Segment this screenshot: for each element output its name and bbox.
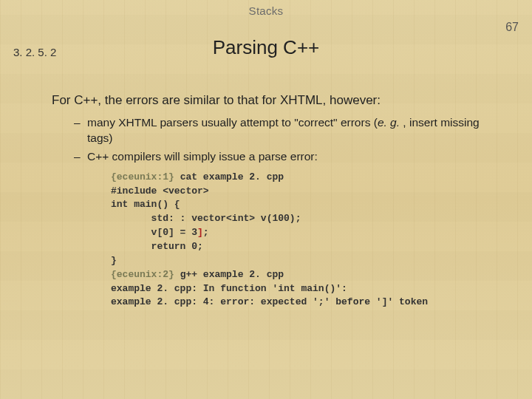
bullet-item: many XHTML parsers usually attempt to "c…	[74, 115, 502, 146]
code-error-token: ]	[197, 227, 203, 238]
code-text: example 2. cpp: In function 'int main()'…	[111, 283, 347, 294]
code-text: int main() {	[111, 199, 180, 210]
slide-title: Parsing C++	[0, 36, 532, 59]
code-text: }	[111, 255, 117, 266]
code-prompt: {eceunix:1}	[111, 171, 174, 183]
code-text: std: : vector<int> v(100);	[111, 213, 301, 224]
code-text: #include <vector>	[111, 185, 209, 197]
bullet-item: C++ compilers will simply issue a parse …	[74, 149, 502, 165]
bullet-text-em: e. g.	[378, 116, 400, 129]
code-text: example 2. cpp: 4: error: expected ';' b…	[111, 296, 428, 307]
content-area: For C++, the errors are similar to that …	[52, 93, 502, 310]
code-text: v[0] = 3	[111, 227, 197, 238]
page-number: 67	[505, 21, 519, 34]
code-text: g++ example 2. cpp	[174, 269, 284, 280]
code-prompt: {eceunix:2}	[111, 269, 174, 280]
bullet-text-pre: many XHTML parsers usually attempt to "c…	[87, 116, 378, 129]
header-topic: Stacks	[0, 0, 532, 17]
section-number: 3. 2. 5. 2	[13, 46, 56, 58]
code-text: cat example 2. cpp	[174, 171, 284, 183]
lead-text: For C++, the errors are similar to that …	[52, 93, 502, 108]
bullet-text-pre: C++ compilers will simply issue a parse …	[87, 150, 318, 163]
code-text: return 0;	[111, 241, 203, 252]
bullet-list: many XHTML parsers usually attempt to "c…	[74, 115, 502, 165]
code-text: ;	[203, 227, 209, 238]
code-block: {eceunix:1} cat example 2. cpp #include …	[111, 171, 502, 310]
